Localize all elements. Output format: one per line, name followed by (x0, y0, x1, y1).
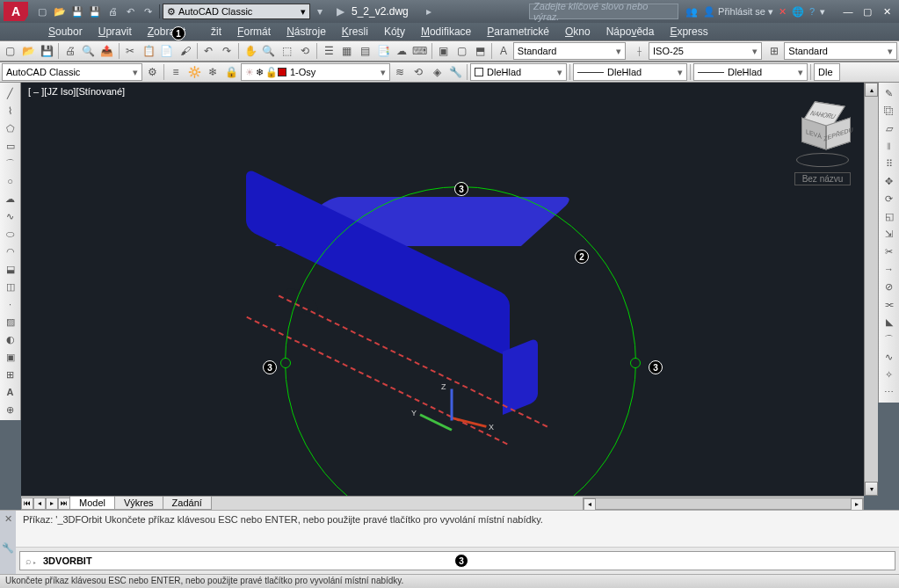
viewcube[interactable]: NAHORU LEVÁ ZEPŘEDU Bez názvu (792, 98, 853, 178)
menu-parametricke[interactable]: Parametrické (479, 24, 557, 40)
break-tool-icon[interactable]: ⊘ (880, 278, 899, 295)
chamfer-tool-icon[interactable]: ◣ (880, 313, 899, 330)
revcloud-tool-icon[interactable]: ☁ (1, 190, 20, 207)
qat-open-icon[interactable]: 📂 (52, 4, 68, 19)
menu-soubor[interactable]: SSouboroubor (40, 24, 91, 40)
menu-express[interactable]: Express (662, 24, 715, 40)
menu-upravit[interactable]: Upravit (91, 24, 140, 40)
app-logo[interactable]: A (4, 2, 28, 21)
move-tool-icon[interactable]: ✥ (880, 172, 899, 190)
arc-tool-icon[interactable]: ⌒ (1, 155, 20, 172)
zoom-window-icon[interactable]: ⬚ (279, 42, 296, 60)
ellipsearc-tool-icon[interactable]: ◠ (1, 243, 20, 260)
qat-redo-icon[interactable]: ↷ (140, 4, 156, 19)
fillet-tool-icon[interactable]: ⌒ (880, 330, 899, 348)
tab-last-icon[interactable]: ⏭ (58, 497, 70, 510)
tb-extra1-icon[interactable]: ▣ (435, 42, 453, 60)
layer-state-icon[interactable]: 🔆 (185, 63, 203, 81)
viewport-label[interactable]: [ – ][JZ Iso][Stínované] (21, 83, 864, 100)
workspace2-dropdown[interactable]: AutoCAD Classic ▾ (2, 63, 142, 81)
dim-style-icon[interactable]: ⟊ (630, 42, 648, 60)
point-tool-icon[interactable]: · (1, 295, 20, 313)
textstyle-dropdown[interactable]: Standard ▾ (513, 42, 626, 60)
scroll-down-icon[interactable]: ▾ (865, 482, 878, 496)
ellipse-tool-icon[interactable]: ⬭ (1, 225, 20, 243)
layer-props-icon[interactable]: ≡ (167, 63, 185, 81)
zoom-icon[interactable]: 🔍 (260, 42, 278, 60)
rectangle-tool-icon[interactable]: ▭ (1, 137, 20, 155)
insert-tool-icon[interactable]: ⬓ (1, 260, 20, 278)
viewcube-ucs-label[interactable]: Bez názvu (794, 172, 851, 185)
layer-iso-icon[interactable]: ◈ (428, 63, 446, 81)
layer-tools-icon[interactable]: 🔧 (446, 63, 464, 81)
color-dropdown[interactable]: DleHlad ▾ (470, 63, 567, 81)
tab-zadani[interactable]: Zadání (163, 497, 212, 510)
array-tool-icon[interactable]: ⠿ (880, 155, 899, 172)
markup-icon[interactable]: ☁ (393, 42, 410, 60)
table-style-icon[interactable]: ⊞ (766, 42, 784, 60)
pan-icon[interactable]: ✋ (242, 42, 259, 60)
undo-icon[interactable]: ↶ (200, 42, 218, 60)
spline-tool-icon[interactable]: ∿ (1, 207, 20, 225)
menu-modifikace[interactable]: Modifikace (413, 24, 479, 40)
extra-tool-icon[interactable]: ⋯ (880, 383, 899, 401)
stretch-tool-icon[interactable]: ⇲ (880, 225, 899, 243)
help-dropdown-icon[interactable]: ▾ (820, 6, 825, 18)
signin-button[interactable]: 👤 Přihlásit se ▾ (703, 6, 773, 18)
close-button[interactable]: ✕ (878, 4, 895, 18)
qat-save-icon[interactable]: 💾 (69, 4, 85, 19)
new-icon[interactable]: ▢ (2, 42, 19, 60)
plot-icon[interactable]: 🖨 (62, 42, 79, 60)
match-icon[interactable]: 🖌 (177, 42, 194, 60)
orbit-ring[interactable] (285, 186, 636, 538)
erase-tool-icon[interactable]: ✎ (880, 84, 899, 102)
paste-icon[interactable]: 📄 (158, 42, 176, 60)
menu-napoveda[interactable]: Nápověda (598, 24, 663, 40)
menu-nastroje[interactable]: Nástroje (279, 24, 334, 40)
toolpalette-icon[interactable]: ▤ (357, 42, 374, 60)
layer-freeze-icon[interactable]: ❄ (204, 63, 221, 81)
exchange-icon[interactable]: ✕ (779, 6, 787, 18)
layer-match-icon[interactable]: ≋ (391, 63, 409, 81)
trim-tool-icon[interactable]: ✂ (880, 243, 899, 260)
close-cmd-icon[interactable]: ✕ (4, 513, 12, 525)
layer-lock-icon[interactable]: 🔒 (222, 63, 240, 81)
table-tool-icon[interactable]: ⊞ (1, 366, 20, 383)
orbit-handle-left[interactable] (280, 358, 291, 368)
search-input[interactable]: Zadejte klíčové slovo nebo výraz. (529, 4, 678, 19)
addselected-tool-icon[interactable]: ⊕ (1, 401, 20, 418)
menu-kresli[interactable]: Kresli (334, 24, 376, 40)
vertical-scrollbar[interactable]: ▴ ▾ (864, 83, 878, 496)
a360-icon[interactable]: 🌐 (792, 6, 804, 18)
save-icon[interactable]: 💾 (39, 42, 56, 60)
command-handle[interactable]: ✕ 🔧 (0, 511, 16, 574)
rotate-tool-icon[interactable]: ⟳ (880, 190, 899, 207)
offset-tool-icon[interactable]: ⫴ (880, 137, 899, 155)
mtext-tool-icon[interactable]: A (1, 383, 20, 401)
scroll-up-icon[interactable]: ▴ (865, 83, 878, 97)
cut-icon[interactable]: ✂ (122, 42, 140, 60)
hatch-tool-icon[interactable]: ▨ (1, 313, 20, 330)
hscroll-right-icon[interactable]: ▸ (851, 498, 863, 511)
tab-first-icon[interactable]: ⏮ (21, 497, 33, 510)
layer-dropdown[interactable]: ☀❄🔓 1-Osy ▾ (241, 63, 390, 81)
help-icon[interactable]: ? (809, 6, 815, 17)
gradient-tool-icon[interactable]: ◐ (1, 330, 20, 348)
mirror-tool-icon[interactable]: ▱ (880, 120, 899, 137)
maximize-button[interactable]: ▢ (859, 4, 876, 18)
lineweight-dropdown[interactable]: DleHlad ▾ (693, 63, 808, 81)
circle-tool-icon[interactable]: ○ (1, 172, 20, 190)
sheetset-icon[interactable]: 📑 (374, 42, 392, 60)
qcalc-icon[interactable]: ⌨ (411, 42, 429, 60)
tb-extra2-icon[interactable]: ▢ (453, 42, 471, 60)
line-tool-icon[interactable]: ╱ (1, 84, 20, 102)
copy-icon[interactable]: 📋 (140, 42, 157, 60)
scale-tool-icon[interactable]: ◱ (880, 207, 899, 225)
preview-icon[interactable]: 🔍 (80, 42, 98, 60)
menu-okno[interactable]: Okno (557, 24, 598, 40)
linetype-dropdown[interactable]: DleHlad ▾ (573, 63, 687, 81)
tab-model[interactable]: Model (69, 497, 115, 510)
qat-undo-icon[interactable]: ↶ (122, 4, 138, 19)
menu-vlozit[interactable]: žit (193, 24, 229, 40)
workspace-dropdown[interactable]: ⚙ AutoCAD Classic ▾ (163, 4, 310, 19)
